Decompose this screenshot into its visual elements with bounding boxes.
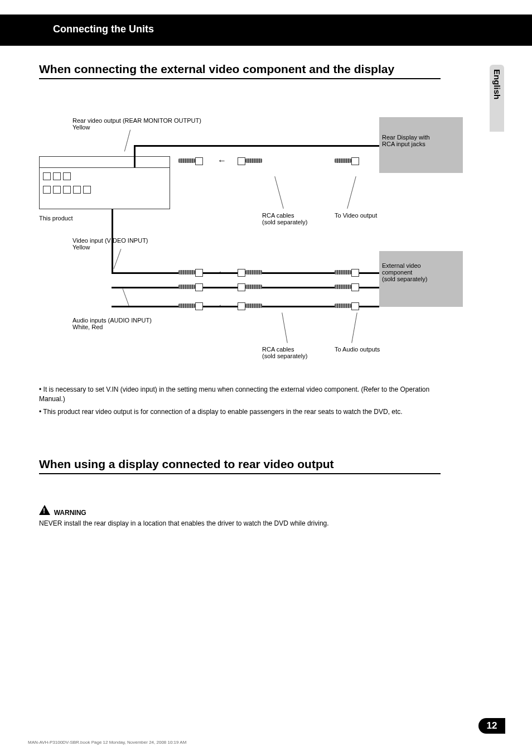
to-audio-outputs-label: To Audio outputs <box>335 346 380 353</box>
head-unit-back-panel <box>39 167 170 209</box>
warning-body: NEVER install the rear display in a loca… <box>39 519 446 528</box>
cable-segment <box>134 145 136 167</box>
callout-line <box>351 312 357 343</box>
rca-bottom-row-1: ← <box>178 269 368 277</box>
footer-pub-code: MAN-AVH-P3100DV-SBR.book Page 12 Monday,… <box>28 740 186 745</box>
unit-top-rail <box>39 156 170 168</box>
rear-display-label: Rear Display with RCA input jacks <box>382 134 430 147</box>
rear-video-output-label: Rear video output (REAR MONITOR OUTPUT) … <box>72 117 201 131</box>
note-1-text: It is necessary to set V.IN (video input… <box>39 386 429 403</box>
external-video-label: External video component (sold separatel… <box>382 262 427 282</box>
language-tab: English <box>490 65 504 132</box>
section-underline-2 <box>39 473 441 474</box>
callout-line <box>122 288 129 306</box>
language-label: English <box>492 69 502 99</box>
rca-bottom-row-2 <box>178 283 368 291</box>
warning-icon <box>39 505 50 515</box>
cable-segment <box>134 145 379 147</box>
note-2-text: This product rear video output is for co… <box>43 408 402 416</box>
unit-label: This product <box>39 215 73 221</box>
page-number: 12 <box>487 720 497 731</box>
section-heading-1: When connecting the external video compo… <box>39 62 394 76</box>
note-2: • This product rear video output is for … <box>39 407 446 417</box>
audio-inputs-label: Audio inputs (AUDIO INPUT) White, Red <box>72 317 152 330</box>
warning-block: WARNING <box>39 505 86 518</box>
video-input-label: Video input (VIDEO INPUT) Yellow <box>72 237 148 251</box>
callout-line <box>124 130 130 152</box>
callout-line <box>274 176 283 209</box>
section-underline-1 <box>39 78 441 79</box>
header-section-label: Connecting the Units <box>53 23 154 35</box>
callout-line <box>114 249 122 269</box>
section-heading-2: When using a display connected to rear v… <box>39 458 334 471</box>
rca-bottom-row-3: ← <box>178 302 368 310</box>
callout-line <box>282 312 288 343</box>
to-video-output-label: To Video output <box>335 212 377 219</box>
note-1: • It is necessary to set V.IN (video inp… <box>39 385 446 405</box>
rca-top-row: ← <box>178 157 368 165</box>
rca-cables-label-bottom: RCA cables (sold separately) <box>262 346 307 359</box>
page-number-badge: 12 <box>478 718 505 734</box>
warning-title: WARNING <box>54 509 86 517</box>
callout-line <box>347 176 356 209</box>
rca-cables-label-top: RCA cables (sold separately) <box>262 212 307 225</box>
